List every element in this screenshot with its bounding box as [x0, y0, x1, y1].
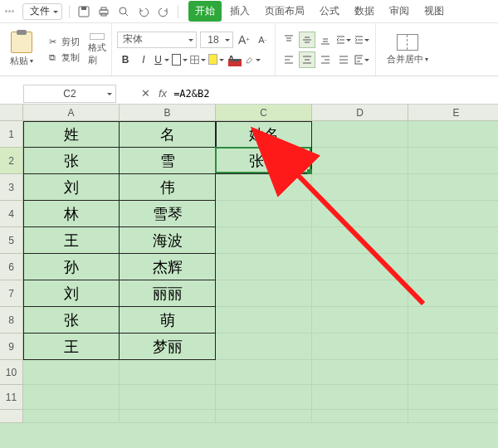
cell-C5[interactable]: [216, 227, 312, 254]
bold-button[interactable]: B: [117, 51, 134, 68]
format-painter-button[interactable]: 格式刷: [88, 33, 106, 66]
cell-A3[interactable]: 刘: [23, 174, 120, 201]
row-header-3[interactable]: 3: [0, 174, 23, 201]
cell-B3[interactable]: 伟: [120, 174, 216, 201]
cell-C11[interactable]: [216, 385, 312, 410]
cell-D6[interactable]: [312, 254, 408, 280]
cell-D2[interactable]: [312, 148, 408, 174]
cell-A7[interactable]: 刘: [23, 280, 120, 307]
align-bottom-button[interactable]: [317, 32, 334, 48]
row-header-7[interactable]: 7: [0, 280, 23, 307]
cell-C12[interactable]: [216, 410, 312, 423]
cell-style-button[interactable]: [190, 51, 207, 68]
border-button[interactable]: [172, 51, 188, 68]
italic-button[interactable]: I: [135, 51, 152, 68]
print-icon[interactable]: [96, 4, 111, 19]
row-header-5[interactable]: 5: [0, 227, 23, 254]
col-header-B[interactable]: B: [120, 105, 216, 121]
cell-E11[interactable]: [408, 385, 498, 410]
cell-D11[interactable]: [312, 385, 408, 410]
merge-center-button[interactable]: 合并居中▾: [381, 34, 434, 66]
indent-decrease-button[interactable]: [335, 32, 352, 48]
print-preview-icon[interactable]: [116, 4, 131, 19]
row-header-1[interactable]: 1: [0, 121, 23, 148]
clear-format-button[interactable]: [245, 51, 261, 68]
cell-E8[interactable]: [408, 307, 498, 334]
cell-D1[interactable]: [312, 121, 408, 148]
row-header-2[interactable]: 2: [0, 148, 23, 174]
cell-E4[interactable]: [408, 201, 498, 227]
cell-D9[interactable]: [312, 334, 408, 360]
cell-C1[interactable]: 姓名: [216, 121, 312, 148]
cell-C2[interactable]: 张雪: [216, 148, 312, 174]
col-header-E[interactable]: E: [408, 105, 498, 121]
cell-A9[interactable]: 王: [23, 334, 120, 360]
cell-E12[interactable]: [408, 410, 498, 423]
font-size-combo[interactable]: 18: [200, 32, 233, 48]
fx-icon[interactable]: fx: [159, 87, 167, 100]
indent-increase-button[interactable]: [354, 32, 370, 48]
row-header-4[interactable]: 4: [0, 201, 23, 227]
tab-审阅[interactable]: 审阅: [383, 1, 416, 22]
spreadsheet-grid[interactable]: ABCDE 1234567891011 姓名姓名张雪张雪刘伟林雪琴王海波孙杰辉刘…: [0, 105, 498, 448]
cell-C9[interactable]: [216, 334, 312, 360]
cell-C6[interactable]: [216, 254, 312, 280]
cell-E10[interactable]: [408, 360, 498, 385]
formula-input[interactable]: [167, 85, 498, 103]
align-left-button[interactable]: [281, 51, 297, 68]
cell-C8[interactable]: [216, 307, 312, 334]
tab-开始[interactable]: 开始: [188, 1, 222, 22]
redo-icon[interactable]: [156, 4, 171, 19]
font-name-combo[interactable]: 宋体: [117, 32, 197, 48]
cell-B8[interactable]: 萌: [120, 307, 216, 334]
cell-A8[interactable]: 张: [23, 307, 120, 334]
cell-A1[interactable]: 姓: [23, 121, 120, 148]
cell-E2[interactable]: [408, 148, 498, 174]
save-icon[interactable]: [76, 4, 91, 19]
name-box[interactable]: C2: [23, 85, 116, 103]
tab-页面布局[interactable]: 页面布局: [258, 1, 311, 22]
cell-E9[interactable]: [408, 334, 498, 360]
tab-公式[interactable]: 公式: [313, 1, 346, 22]
row-header-8[interactable]: 8: [0, 307, 23, 334]
paste-button[interactable]: 粘贴▾: [5, 32, 38, 67]
cell-A5[interactable]: 王: [23, 227, 120, 254]
align-middle-button[interactable]: [299, 32, 315, 48]
select-all-corner[interactable]: [0, 105, 23, 121]
cell-B10[interactable]: [120, 360, 216, 385]
app-menu-icon[interactable]: [5, 10, 14, 12]
cell-C4[interactable]: [216, 201, 312, 227]
tab-数据[interactable]: 数据: [348, 1, 381, 22]
cell-E3[interactable]: [408, 174, 498, 201]
copy-button[interactable]: ⧉ 复制: [43, 51, 83, 65]
cell-C7[interactable]: [216, 280, 312, 307]
cell-B4[interactable]: 雪琴: [120, 201, 216, 227]
font-color-button[interactable]: A: [227, 51, 243, 68]
cell-B6[interactable]: 杰辉: [120, 254, 216, 280]
cell-E7[interactable]: [408, 280, 498, 307]
cell-C3[interactable]: [216, 174, 312, 201]
cell-A11[interactable]: [23, 385, 120, 410]
wrap-text-button[interactable]: [354, 51, 370, 68]
cell-A2[interactable]: 张: [23, 148, 120, 174]
cell-E6[interactable]: [408, 254, 498, 280]
tab-插入[interactable]: 插入: [223, 1, 256, 22]
cell-D12[interactable]: [312, 410, 408, 423]
col-header-A[interactable]: A: [23, 105, 120, 121]
cut-button[interactable]: ✂ 剪切: [43, 35, 83, 49]
cell-B12[interactable]: [120, 410, 216, 423]
fill-color-button[interactable]: [208, 51, 225, 68]
cell-E1[interactable]: [408, 121, 498, 148]
row-header-10[interactable]: 10: [0, 360, 23, 385]
cell-B9[interactable]: 梦丽: [120, 334, 216, 360]
cell-D3[interactable]: [312, 174, 408, 201]
cell-B7[interactable]: 丽丽: [120, 280, 216, 307]
cell-B5[interactable]: 海波: [120, 227, 216, 254]
align-center-button[interactable]: [299, 51, 315, 68]
file-menu[interactable]: 文件: [22, 3, 62, 20]
cell-B2[interactable]: 雪: [120, 148, 216, 174]
cell-B11[interactable]: [120, 385, 216, 410]
cell-A10[interactable]: [23, 360, 120, 385]
row-header-blank[interactable]: [0, 410, 23, 423]
underline-button[interactable]: U: [154, 51, 170, 68]
